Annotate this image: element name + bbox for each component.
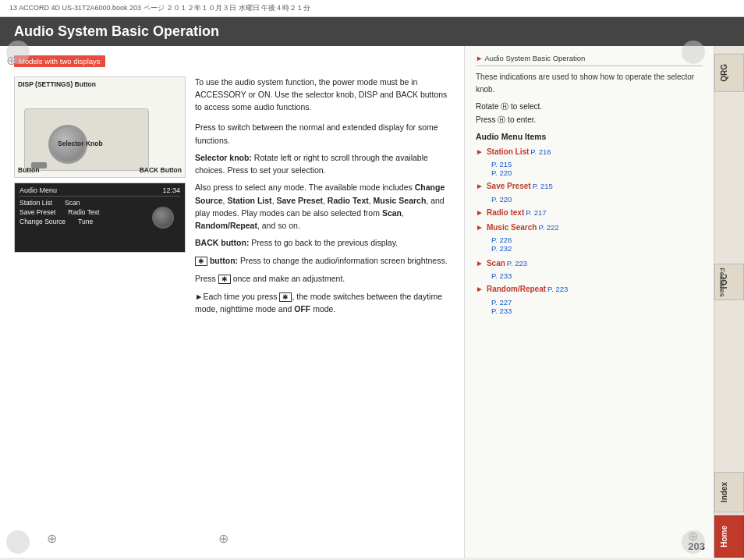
menu-extra-music-search-2: P. 232	[491, 244, 703, 253]
menu-extra-random-repeat-2: P. 233	[491, 307, 703, 315]
description-column: To use the audio system function, the po…	[195, 76, 450, 321]
selector-knob-desc: Selector knob: Rotate left or right to s…	[195, 151, 450, 177]
menu-page-save-preset: P. 215	[533, 181, 553, 192]
screen-header: Audio Menu 12:34	[19, 186, 180, 197]
corner-circle-tl	[6, 41, 30, 64]
screen-change-source: Change Source	[19, 218, 66, 225]
menu-extra-save-preset: P. 220	[491, 195, 703, 204]
screen-station-list: Station List	[19, 199, 52, 207]
right-arrow-icon: ►	[476, 54, 483, 62]
corner-circle-tr	[682, 41, 705, 64]
menu-page-radio-text: P. 217	[526, 207, 546, 218]
menu-item-station-list: ► Station List P. 216	[476, 146, 703, 158]
menu-label-random-repeat[interactable]: Random/Repeat	[487, 283, 546, 295]
side-tabs: QRG TOC Features Index Home	[714, 46, 744, 558]
arrow-text: ►Each time you press ✱, the mode switche…	[195, 290, 450, 316]
tab-home[interactable]: Home	[714, 516, 744, 558]
page-title-banner: Audio System Basic Operation	[0, 17, 744, 46]
menu-label-music-search[interactable]: Music Search	[487, 222, 537, 233]
menu-label-save-preset[interactable]: Save Preset	[487, 180, 531, 192]
menu-extra-music-search-1: P. 226	[491, 236, 703, 244]
menu-bullet-scan: ►	[476, 257, 484, 269]
crosshair-bottom-left: ⊕	[47, 531, 57, 546]
label-back: BACK Button	[140, 166, 182, 174]
right-header-text: Audio System Basic Operation	[485, 54, 586, 62]
rotate-label: Rotate Ⓗ to select.	[476, 101, 703, 112]
screen-radio-text: Radio Text	[68, 208, 99, 216]
screen-time: 12:34	[162, 186, 180, 194]
device-images: DISP (SETTINGS) Button Selector Knob But…	[14, 76, 186, 321]
right-panel-header: ► Audio System Basic Operation	[476, 54, 703, 66]
menu-page-station-list: P. 216	[530, 147, 551, 158]
label-selector: Selector Knob	[58, 140, 103, 147]
press-text: Press to switch between the normal and e…	[195, 121, 450, 147]
menu-extra-station-list: P. 215	[491, 160, 703, 168]
menu-bullet-music-search: ►	[476, 222, 484, 233]
tab-toc[interactable]: TOC Features	[714, 264, 744, 300]
screen-save-preset: Save Preset	[19, 208, 55, 216]
press-once-text: Press ✱ once and make an adjustment.	[195, 272, 450, 285]
screen-knob	[152, 207, 174, 229]
menu-bullet-station-list: ►	[476, 146, 484, 158]
menu-label-radio-text[interactable]: Radio text	[487, 207, 524, 218]
menu-bullet-save-preset: ►	[476, 180, 484, 192]
audio-menu-title: Audio Menu Items	[476, 132, 703, 141]
press-label: Press Ⓗ to enter.	[476, 115, 703, 126]
top-bar-text: 13 ACCORD 4D US-31T2A6000.book 203 ページ ２…	[9, 3, 310, 13]
right-panel: ► Audio System Basic Operation These ind…	[465, 46, 714, 558]
features-label: Features	[718, 268, 726, 297]
device-image-bottom: Audio Menu 12:34 Station List Scan Save …	[14, 183, 186, 253]
page-title: Audio System Basic Operation	[14, 23, 219, 39]
menu-extra-scan: P. 233	[491, 271, 703, 280]
intro-text: To use the audio system function, the po…	[195, 76, 450, 113]
menu-item-save-preset: ► Save Preset P. 215	[476, 180, 703, 192]
label-button: Button	[18, 166, 39, 174]
ast-button-text: ✱ button: Press to change the audio/info…	[195, 254, 450, 268]
screen-tune: Tune	[78, 218, 93, 225]
menu-page-scan: P. 223	[507, 258, 527, 269]
right-intro-1: These indications are used to show how t…	[476, 71, 703, 95]
left-panel: ⊕ Models with two displays DISP (SETTING…	[0, 46, 465, 558]
menu-item-radio-text: ► Radio text P. 217	[476, 207, 703, 218]
menu-extra-station-list-2: P. 220	[491, 168, 703, 177]
menu-label-scan[interactable]: Scan	[487, 257, 505, 269]
main-content: ⊕ Models with two displays DISP (SETTING…	[0, 46, 744, 558]
crosshair-bottom-center: ⊕	[218, 531, 229, 546]
menu-item-scan: ► Scan P. 223	[476, 257, 703, 269]
screen-scan: Scan	[65, 199, 80, 207]
also-text: Also press to select any mode. The avail…	[195, 181, 450, 232]
menu-bullet-random-repeat: ►	[476, 283, 484, 295]
menu-page-music-search: P. 222	[538, 222, 558, 233]
top-bar: 13 ACCORD 4D US-31T2A6000.book 203 ページ ２…	[0, 0, 744, 17]
menu-bullet-radio-text: ►	[476, 207, 484, 218]
device-image-top: DISP (SETTINGS) Button Selector Knob But…	[14, 76, 186, 178]
screen-row-1: Station List Scan	[19, 199, 180, 207]
corner-circle-bl	[6, 530, 30, 554]
menu-extra-random-repeat-1: P. 227	[491, 298, 703, 307]
screen-title: Audio Menu	[19, 186, 57, 194]
menu-page-random-repeat: P. 223	[547, 284, 568, 295]
menu-item-random-repeat: ► Random/Repeat P. 223	[476, 283, 703, 295]
label-disp: DISP (SETTINGS) Button	[18, 80, 96, 88]
corner-circle-br	[682, 530, 705, 554]
menu-item-music-search: ► Music Search P. 222	[476, 222, 703, 233]
tab-qrg[interactable]: QRG	[714, 54, 744, 92]
back-button-text: BACK button: Press to go back to the pre…	[195, 236, 450, 249]
tab-index[interactable]: Index	[714, 472, 744, 512]
menu-label-station-list[interactable]: Station List	[487, 146, 529, 158]
